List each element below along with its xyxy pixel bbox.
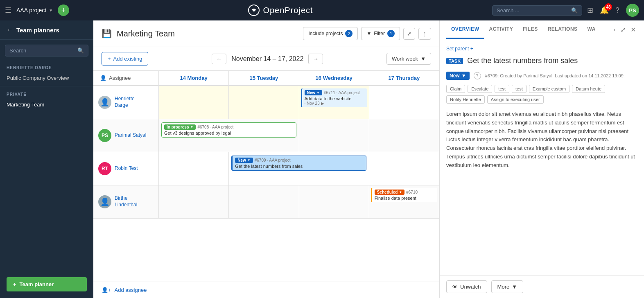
cell-henriette-wednesday[interactable]: New ▼ #6711 · AAA project Add data to th… xyxy=(299,86,369,119)
tag-escalate[interactable]: Escalate xyxy=(468,85,492,93)
cell-parimal-wednesday[interactable] xyxy=(299,119,369,152)
include-projects-button[interactable]: Include projects 2 xyxy=(303,27,358,40)
tag-notify-henriette[interactable]: Notify Henriette xyxy=(446,95,485,104)
panel-close-icons: ⤢ ✕ xyxy=(619,24,637,35)
cell-parimal-thursday[interactable] xyxy=(369,119,439,152)
help-icon[interactable]: ? xyxy=(615,6,619,15)
more-dropdown-button[interactable]: More ▼ xyxy=(491,280,524,293)
prev-week-button[interactable]: ← xyxy=(212,54,226,64)
unwatch-button[interactable]: 👁 Unwatch xyxy=(446,280,487,293)
sidebar: ← Team planners 🔍 Henriette Darge Public… xyxy=(0,20,93,298)
assignee-name-henriette[interactable]: HenrietteDarge xyxy=(115,96,135,108)
user-avatar[interactable]: PS xyxy=(626,4,639,17)
info-icon[interactable]: ? xyxy=(474,72,481,79)
status-badge-new[interactable]: New ▼ xyxy=(305,90,322,95)
sidebar-section-private: PRIVATE xyxy=(0,88,93,98)
assignee-name-robin[interactable]: Robin Test xyxy=(115,165,138,172)
tag-test-1[interactable]: test xyxy=(495,85,509,93)
tag-test-2[interactable]: test xyxy=(512,85,526,93)
cell-birthe-monday[interactable] xyxy=(159,185,229,218)
main-header: 💾 Marketing Team Include projects 2 ▼ Fi… xyxy=(93,20,439,47)
add-existing-button[interactable]: + Add existing xyxy=(102,52,148,65)
task-card-6710[interactable]: Scheduled ▼ #6710 Finalise data present xyxy=(371,188,437,202)
chevron-down-icon: ▼ xyxy=(461,73,466,79)
assignee-name-parimal[interactable]: Parimal Satyal xyxy=(115,132,146,139)
sidebar-item-marketing-team[interactable]: Marketing Team xyxy=(0,98,93,111)
work-week-selector[interactable]: Work week ▼ xyxy=(386,53,431,65)
task-title: Get the latest numbers from sales xyxy=(235,164,364,169)
panel-status-row: New ▼ ? #6709: Created by Parimal Satyal… xyxy=(446,72,637,80)
panel-tags: Claim Escalate test test Example custom … xyxy=(446,85,637,104)
expand-panel-button[interactable]: ⤢ xyxy=(619,24,627,35)
sidebar-item-public-company[interactable]: Public Company Overview xyxy=(0,72,93,84)
next-week-button[interactable]: → xyxy=(308,54,323,64)
task-title: Finalise data present xyxy=(375,196,435,201)
project-selector[interactable]: AAA project ▼ xyxy=(16,7,53,14)
tag-example-custom[interactable]: Example custom xyxy=(529,85,569,93)
tab-relations[interactable]: RELATIONS xyxy=(543,20,583,39)
eye-icon: 👁 xyxy=(452,284,458,290)
sidebar-search[interactable]: 🔍 xyxy=(5,45,88,56)
cell-henriette-thursday[interactable] xyxy=(369,86,439,119)
more-options-button[interactable]: ⋮ xyxy=(418,28,431,40)
filter-button[interactable]: ▼ Filter 1 xyxy=(361,27,400,40)
hamburger-icon[interactable]: ☰ xyxy=(5,6,11,15)
calendar-header: 👤 Assignee 14 Monday 15 Tuesday 16 Wedne… xyxy=(93,71,439,86)
status-badge-scheduled[interactable]: Scheduled ▼ xyxy=(375,190,405,195)
cell-birthe-tuesday[interactable] xyxy=(229,185,299,218)
panel-status-badge[interactable]: New ▼ xyxy=(446,72,470,80)
status-badge-new[interactable]: New ▼ xyxy=(235,158,253,163)
assignee-parimal: PS Parimal Satyal xyxy=(93,119,159,152)
task-meta: #6710 xyxy=(406,190,418,194)
add-team-planner-button[interactable]: + Team planner xyxy=(7,277,87,291)
status-badge-in-progress[interactable]: In progress ▼ xyxy=(164,124,196,130)
svg-point-1 xyxy=(253,9,255,11)
cell-robin-thursday[interactable] xyxy=(369,152,439,185)
cell-robin-monday[interactable] xyxy=(159,152,229,185)
cell-henriette-monday[interactable] xyxy=(159,86,229,119)
calendar-body: 👤 HenrietteDarge New ▼ xyxy=(93,86,439,282)
filter-icon: ▼ xyxy=(366,31,371,36)
add-button[interactable]: + xyxy=(58,5,69,16)
back-icon[interactable]: ← xyxy=(7,26,13,34)
openproject-logo-icon xyxy=(248,5,260,16)
tab-activity[interactable]: ACTIVITY xyxy=(484,20,518,39)
tab-overview[interactable]: OVERVIEW xyxy=(446,20,484,39)
tab-files[interactable]: FILES xyxy=(518,20,543,39)
cell-robin-tuesday[interactable]: New ▼ #6709 · AAA project Get the latest… xyxy=(229,152,369,185)
header-actions: Include projects 2 ▼ Filter 1 ⤢ ⋮ xyxy=(303,27,431,40)
notification-icon[interactable]: 🔔 48 xyxy=(600,6,609,15)
set-parent-link[interactable]: Set parent + xyxy=(446,46,637,52)
cell-parimal-monday[interactable]: In progress ▼ #6708 · AAA project Get v3… xyxy=(159,119,299,152)
table-row: 👤 HenrietteDarge New ▼ xyxy=(93,86,439,119)
panel-meta-text: #6709: Created by Parimal Satyal. Last u… xyxy=(485,73,625,78)
cell-henriette-tuesday[interactable] xyxy=(229,86,299,119)
fullscreen-button[interactable]: ⤢ xyxy=(403,28,415,40)
global-search[interactable]: 🔍 xyxy=(492,5,582,16)
tag-assign-executing-user[interactable]: Assign to executing user xyxy=(487,95,544,104)
filter-badge: 1 xyxy=(387,30,395,37)
cell-birthe-thursday[interactable]: Scheduled ▼ #6710 Finalise data present xyxy=(369,185,439,218)
assignee-birthe: 👤 BirtheLindenthal xyxy=(93,185,159,218)
sidebar-search-input[interactable] xyxy=(9,47,75,54)
task-card-6709[interactable]: New ▼ #6709 · AAA project Get the latest… xyxy=(231,156,366,171)
task-card-6711[interactable]: New ▼ #6711 · AAA project Add data to th… xyxy=(301,88,367,107)
grid-icon[interactable]: ⊞ xyxy=(587,6,593,15)
cell-birthe-wednesday[interactable] xyxy=(299,185,369,218)
chevron-down-icon: ▼ xyxy=(399,190,402,194)
tag-datum-heute[interactable]: Datum heute xyxy=(572,85,605,93)
tab-wa[interactable]: WA xyxy=(583,20,601,39)
chevron-down-icon: ▼ xyxy=(190,125,193,129)
close-panel-button[interactable]: ✕ xyxy=(629,24,637,35)
panel-task-header: TASK Get the latest numbers from sales xyxy=(446,56,637,65)
avatar: 👤 xyxy=(98,96,111,109)
search-input[interactable] xyxy=(497,7,569,14)
status-label: In progress xyxy=(167,125,189,129)
add-assignee-row[interactable]: 👤+ Add assignee xyxy=(93,282,439,298)
more-tabs-button[interactable]: › xyxy=(614,27,615,33)
task-meta: #6709 · AAA project xyxy=(255,158,291,163)
tag-claim[interactable]: Claim xyxy=(446,85,465,93)
task-card-6708[interactable]: In progress ▼ #6708 · AAA project Get v3… xyxy=(161,122,296,138)
assignee-name-birthe[interactable]: BirtheLindenthal xyxy=(115,195,137,208)
status-label: New xyxy=(307,90,316,95)
